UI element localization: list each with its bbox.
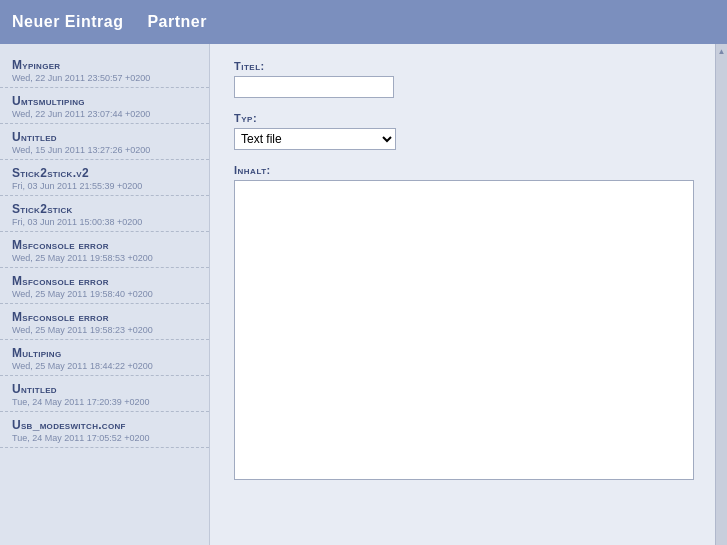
nav-item-partner[interactable]: Partner	[147, 13, 207, 31]
sidebar-item[interactable]: Msfconsole errorWed, 25 May 2011 19:58:4…	[0, 268, 209, 304]
nav-item-neuer-eintrag[interactable]: Neuer Eintrag	[12, 13, 123, 31]
inhalt-textarea[interactable]	[234, 180, 694, 480]
sidebar-item-title: Multiping	[12, 346, 197, 360]
titel-field-group: Titel:	[234, 60, 691, 98]
sidebar-item-date: Wed, 25 May 2011 18:44:22 +0200	[12, 361, 197, 371]
sidebar-item-date: Wed, 15 Jun 2011 13:27:26 +0200	[12, 145, 197, 155]
scroll-up-arrow[interactable]: ▲	[718, 46, 726, 58]
header: Neuer EintragPartner	[0, 0, 727, 44]
sidebar-item-title: Mypinger	[12, 58, 197, 72]
sidebar-item-date: Fri, 03 Jun 2011 21:55:39 +0200	[12, 181, 197, 191]
typ-field-group: Typ: Text fileHTMLMarkdown	[234, 112, 691, 150]
sidebar-item-date: Tue, 24 May 2011 17:05:52 +0200	[12, 433, 197, 443]
sidebar-item-title: Msfconsole error	[12, 238, 197, 252]
sidebar-item[interactable]: Stick2stick.v2Fri, 03 Jun 2011 21:55:39 …	[0, 160, 209, 196]
sidebar-item-title: Stick2stick	[12, 202, 197, 216]
content-area: Titel: Typ: Text fileHTMLMarkdown Inhalt…	[210, 44, 715, 545]
sidebar-item[interactable]: UntitledTue, 24 May 2011 17:20:39 +0200	[0, 376, 209, 412]
sidebar-item-date: Wed, 25 May 2011 19:58:40 +0200	[12, 289, 197, 299]
sidebar-item[interactable]: MypingerWed, 22 Jun 2011 23:50:57 +0200	[0, 52, 209, 88]
sidebar-item[interactable]: MultipingWed, 25 May 2011 18:44:22 +0200	[0, 340, 209, 376]
sidebar: MypingerWed, 22 Jun 2011 23:50:57 +0200U…	[0, 44, 210, 545]
sidebar-item-title: Msfconsole error	[12, 310, 197, 324]
main-layout: MypingerWed, 22 Jun 2011 23:50:57 +0200U…	[0, 44, 727, 545]
inhalt-field-group: Inhalt:	[234, 164, 691, 483]
scrollbar[interactable]: ▲	[715, 44, 727, 545]
sidebar-item-title: Usb_modeswitch.conf	[12, 418, 197, 432]
sidebar-item[interactable]: Stick2stickFri, 03 Jun 2011 15:00:38 +02…	[0, 196, 209, 232]
typ-select[interactable]: Text fileHTMLMarkdown	[234, 128, 396, 150]
sidebar-item[interactable]: Msfconsole errorWed, 25 May 2011 19:58:2…	[0, 304, 209, 340]
sidebar-item-title: Umtsmultiping	[12, 94, 197, 108]
sidebar-item-title: Untitled	[12, 130, 197, 144]
sidebar-item[interactable]: Usb_modeswitch.confTue, 24 May 2011 17:0…	[0, 412, 209, 448]
sidebar-item-date: Fri, 03 Jun 2011 15:00:38 +0200	[12, 217, 197, 227]
sidebar-item[interactable]: UntitledWed, 15 Jun 2011 13:27:26 +0200	[0, 124, 209, 160]
titel-label: Titel:	[234, 60, 691, 72]
sidebar-item-date: Tue, 24 May 2011 17:20:39 +0200	[12, 397, 197, 407]
sidebar-item-date: Wed, 25 May 2011 19:58:53 +0200	[12, 253, 197, 263]
sidebar-item[interactable]: UmtsmultipingWed, 22 Jun 2011 23:07:44 +…	[0, 88, 209, 124]
sidebar-item-date: Wed, 22 Jun 2011 23:50:57 +0200	[12, 73, 197, 83]
inhalt-label: Inhalt:	[234, 164, 691, 176]
sidebar-item[interactable]: Msfconsole errorWed, 25 May 2011 19:58:5…	[0, 232, 209, 268]
sidebar-item-title: Untitled	[12, 382, 197, 396]
sidebar-item-date: Wed, 22 Jun 2011 23:07:44 +0200	[12, 109, 197, 119]
titel-input[interactable]	[234, 76, 394, 98]
sidebar-item-title: Stick2stick.v2	[12, 166, 197, 180]
typ-label: Typ:	[234, 112, 691, 124]
sidebar-item-date: Wed, 25 May 2011 19:58:23 +0200	[12, 325, 197, 335]
sidebar-item-title: Msfconsole error	[12, 274, 197, 288]
